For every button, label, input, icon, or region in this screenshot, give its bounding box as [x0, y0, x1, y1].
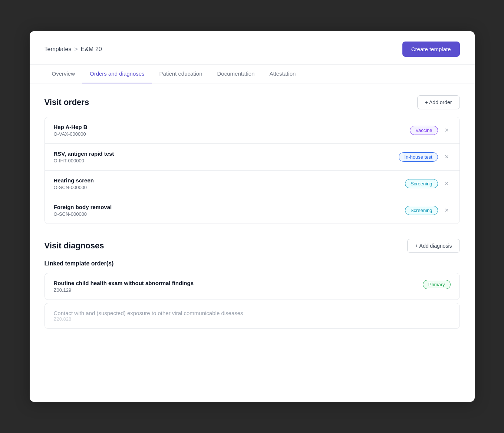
app-window: Templates > E&M 20 Create template Overv…	[30, 31, 475, 402]
order-actions: Screening ×	[405, 179, 451, 188]
create-template-button[interactable]: Create template	[402, 42, 460, 57]
order-badge-inhouse: In-house test	[399, 152, 438, 162]
remove-order-icon[interactable]: ×	[443, 180, 451, 188]
order-code: O-SCN-000000	[54, 185, 94, 190]
visit-orders-title: Visit orders	[45, 97, 89, 107]
order-actions: Vaccine ×	[410, 126, 450, 135]
breadcrumb-root[interactable]: Templates	[45, 46, 72, 53]
order-badge-screening: Screening	[405, 206, 438, 215]
visit-diagnoses-header: Visit diagnoses + Add diagnosis	[45, 239, 460, 253]
order-name: Hearing screen	[54, 177, 94, 184]
breadcrumb-current: E&M 20	[81, 46, 102, 53]
order-info: RSV, antigen rapid test O-IHT-000000	[54, 151, 114, 163]
order-name: RSV, antigen rapid test	[54, 151, 114, 157]
diagnosis-code-ghost: Z20.828	[54, 316, 451, 322]
tab-overview[interactable]: Overview	[45, 65, 83, 83]
order-code: O-SCN-000000	[54, 211, 112, 217]
orders-list: Hep A-Hep B O-VAX-000000 Vaccine × RSV, …	[45, 117, 460, 224]
linked-template-label: Linked template order(s)	[45, 260, 460, 267]
order-badge-vaccine: Vaccine	[410, 126, 438, 135]
order-name: Foreign body removal	[54, 204, 112, 210]
order-actions: In-house test ×	[399, 152, 450, 162]
add-diagnosis-button[interactable]: + Add diagnosis	[407, 239, 459, 253]
order-item: Foreign body removal O-SCN-000000 Screen…	[45, 197, 459, 224]
breadcrumb: Templates > E&M 20	[45, 46, 102, 53]
visit-diagnoses-title: Visit diagnoses	[45, 241, 104, 251]
order-badge-screening: Screening	[405, 179, 438, 188]
tab-patient-education[interactable]: Patient education	[152, 65, 210, 83]
diagnosis-item-ghost: Contact with and (suspected) exposure to…	[45, 303, 460, 329]
add-order-button[interactable]: + Add order	[417, 95, 460, 109]
order-item: RSV, antigen rapid test O-IHT-000000 In-…	[45, 144, 459, 171]
breadcrumb-separator: >	[74, 46, 78, 53]
tabs-bar: Overview Orders and diagnoses Patient ed…	[30, 65, 475, 83]
diagnosis-name-ghost: Contact with and (suspected) exposure to…	[54, 310, 451, 316]
diagnosis-info: Routine child health exam without abnorm…	[54, 280, 194, 293]
order-info: Hearing screen O-SCN-000000	[54, 177, 94, 190]
main-content: Visit orders + Add order Hep A-Hep B O-V…	[30, 83, 475, 341]
remove-order-icon[interactable]: ×	[443, 207, 451, 214]
visit-diagnoses-section: Visit diagnoses + Add diagnosis Linked t…	[45, 239, 460, 329]
diagnosis-item: Routine child health exam without abnorm…	[45, 273, 460, 300]
order-actions: Screening ×	[405, 206, 451, 215]
diagnosis-code: Z00.129	[54, 287, 194, 293]
tab-attestation[interactable]: Attestation	[262, 65, 303, 83]
tab-documentation[interactable]: Documentation	[210, 65, 262, 83]
order-code: O-IHT-000000	[54, 158, 114, 163]
visit-orders-header: Visit orders + Add order	[45, 95, 460, 109]
header: Templates > E&M 20 Create template	[30, 31, 475, 65]
order-info: Hep A-Hep B O-VAX-000000	[54, 124, 88, 137]
remove-order-icon[interactable]: ×	[443, 153, 451, 161]
order-item: Hearing screen O-SCN-000000 Screening ×	[45, 171, 459, 197]
diagnosis-badge-primary: Primary	[423, 280, 451, 289]
order-name: Hep A-Hep B	[54, 124, 88, 130]
order-info: Foreign body removal O-SCN-000000	[54, 204, 112, 217]
order-item: Hep A-Hep B O-VAX-000000 Vaccine ×	[45, 117, 459, 144]
remove-order-icon[interactable]: ×	[443, 127, 451, 134]
tab-orders-diagnoses[interactable]: Orders and diagnoses	[82, 65, 152, 83]
order-code: O-VAX-000000	[54, 131, 88, 137]
diagnosis-name: Routine child health exam without abnorm…	[54, 280, 194, 286]
